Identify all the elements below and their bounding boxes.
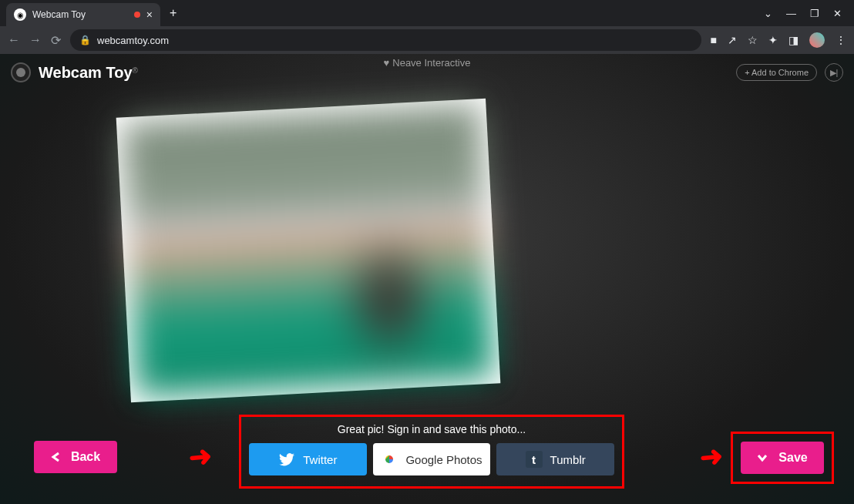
tumblr-icon: t	[526, 451, 543, 468]
maximize-icon[interactable]: ❐	[810, 8, 819, 19]
share-panel-highlight: Great pic! Sign in and save this photo..…	[239, 415, 624, 489]
logo-icon	[11, 62, 31, 82]
registered-icon: ®	[133, 66, 138, 74]
tab-title: Webcam Toy	[32, 9, 128, 20]
share-message: Great pic! Sign in and save this photo..…	[249, 423, 614, 435]
window-controls: ⌄ — ❐ ✕	[751, 8, 854, 19]
chevron-down-icon	[757, 453, 768, 462]
browser-titlebar: ◉ Webcam Toy × + ⌄ — ❐ ✕	[0, 0, 854, 26]
profile-avatar[interactable]	[809, 32, 825, 48]
annotation-arrow-icon: ➜	[698, 440, 725, 474]
close-icon[interactable]: ✕	[833, 8, 842, 19]
recording-indicator-icon	[134, 12, 140, 18]
url-text: webcamtoy.com	[97, 35, 169, 46]
extensions-icon[interactable]: ✦	[768, 34, 778, 46]
back-label: Back	[71, 450, 100, 464]
lock-icon: 🔒	[79, 35, 91, 45]
tumblr-label: Tumblr	[550, 453, 586, 466]
neave-link[interactable]: ♥Neave Interactive	[384, 57, 471, 69]
reload-icon[interactable]: ⟳	[51, 33, 61, 48]
captured-photo	[116, 99, 501, 403]
share-icon[interactable]: ↗	[728, 34, 737, 46]
page-header: Webcam Toy® ♥Neave Interactive + Add to …	[0, 54, 854, 91]
photo-content	[123, 105, 494, 396]
logo[interactable]: Webcam Toy®	[11, 62, 138, 82]
save-highlight: Save	[731, 432, 834, 484]
new-tab-button[interactable]: +	[170, 6, 177, 20]
forward-nav-icon[interactable]: →	[29, 33, 42, 47]
browser-tab[interactable]: ◉ Webcam Toy ×	[6, 3, 160, 26]
twitter-label: Twitter	[303, 453, 337, 466]
page-content: Webcam Toy® ♥Neave Interactive + Add to …	[0, 54, 854, 504]
twitter-button[interactable]: Twitter	[249, 443, 367, 475]
back-button[interactable]: Back	[34, 441, 117, 473]
chevron-down-icon[interactable]: ⌄	[764, 8, 772, 19]
tumblr-button[interactable]: t Tumblr	[496, 443, 614, 475]
favicon-icon: ◉	[14, 8, 26, 21]
browser-toolbar: ← → ⟳ 🔒 webcamtoy.com ■ ↗ ☆ ✦ ◨ ⋮	[0, 26, 854, 54]
annotation-arrow-icon: ➜	[187, 440, 214, 474]
add-to-chrome-button[interactable]: + Add to Chrome	[736, 64, 817, 81]
save-button[interactable]: Save	[741, 442, 824, 474]
camera-icon[interactable]: ■	[711, 34, 717, 46]
share-buttons: Twitter Google Photos t Tumblr	[249, 443, 614, 475]
next-track-icon[interactable]: ▶|	[825, 63, 843, 82]
twitter-icon	[278, 451, 295, 468]
star-icon[interactable]: ☆	[748, 34, 758, 46]
tab-close-icon[interactable]: ×	[146, 8, 153, 21]
sidepanel-icon[interactable]: ◨	[788, 34, 799, 46]
menu-icon[interactable]: ⋮	[836, 34, 846, 46]
save-label: Save	[778, 451, 807, 465]
google-photos-icon	[381, 451, 398, 468]
address-bar[interactable]: 🔒 webcamtoy.com	[70, 29, 701, 51]
back-nav-icon[interactable]: ←	[8, 33, 20, 47]
google-photos-label: Google Photos	[405, 453, 482, 466]
chevron-left-icon	[51, 452, 60, 462]
minimize-icon[interactable]: —	[786, 8, 796, 19]
heart-icon: ♥	[384, 57, 390, 69]
logo-text: Webcam Toy	[39, 64, 133, 81]
google-photos-button[interactable]: Google Photos	[373, 443, 491, 475]
